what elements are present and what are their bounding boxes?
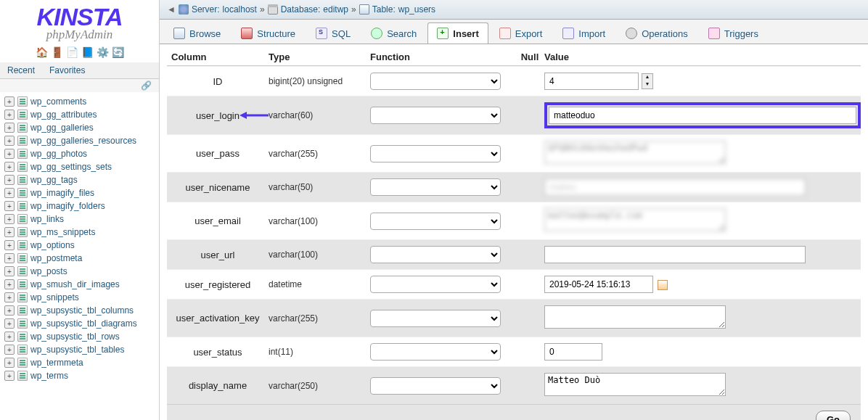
tree-item-wp_supsystic_tbl_diagrams[interactable]: +wp_supsystic_tbl_diagrams: [1, 317, 159, 330]
expand-icon[interactable]: +: [4, 136, 15, 146]
expand-icon[interactable]: +: [4, 110, 15, 120]
function-select[interactable]: [370, 107, 501, 124]
tree-item-wp_ms_snippets[interactable]: +wp_ms_snippets: [1, 226, 159, 239]
tree-label: wp_supsystic_tbl_columns: [30, 305, 134, 316]
insert-icon: [437, 28, 449, 39]
tree-item-wp_supsystic_tbl_columns[interactable]: +wp_supsystic_tbl_columns: [1, 304, 159, 317]
tab-sql[interactable]: SQL: [306, 22, 360, 44]
link-icon[interactable]: 🔗: [0, 79, 159, 92]
tree-item-wp_imagify_files[interactable]: +wp_imagify_files: [1, 186, 159, 199]
function-select[interactable]: [370, 276, 501, 293]
expand-icon[interactable]: +: [4, 305, 15, 316]
tab-structure[interactable]: Structure: [232, 22, 305, 44]
tree-item-wp_gg_settings_sets[interactable]: +wp_gg_settings_sets: [1, 160, 159, 173]
value-textarea[interactable]: $P$BHiddenHashedPwd: [544, 141, 726, 164]
expand-icon[interactable]: +: [4, 318, 15, 329]
expand-icon[interactable]: +: [4, 266, 15, 276]
function-select[interactable]: [370, 178, 501, 196]
tree-item-wp_gg_attributes[interactable]: +wp_gg_attributes: [1, 108, 159, 121]
value-input[interactable]: [544, 343, 602, 361]
tab-label: Browse: [189, 28, 221, 39]
expand-icon[interactable]: +: [4, 214, 15, 224]
tree-item-wp_options[interactable]: +wp_options: [1, 239, 159, 252]
value-input[interactable]: [544, 73, 639, 90]
tree-item-wp_gg_galleries_resources[interactable]: +wp_gg_galleries_resources: [1, 134, 159, 147]
expand-icon[interactable]: +: [4, 358, 15, 368]
expand-icon[interactable]: +: [4, 371, 15, 381]
tree-item-wp_gg_galleries[interactable]: +wp_gg_galleries: [1, 121, 159, 134]
tree-item-wp_snippets[interactable]: +wp_snippets: [1, 291, 159, 304]
value-input[interactable]: [544, 178, 806, 196]
value-input[interactable]: [544, 246, 806, 263]
tree-item-wp_gg_tags[interactable]: +wp_gg_tags: [1, 173, 159, 186]
function-select[interactable]: [370, 213, 501, 230]
tree-item-wp_posts[interactable]: +wp_posts: [1, 265, 159, 278]
tree-label: wp_gg_attributes: [30, 110, 97, 120]
tree-item-wp_comments[interactable]: +wp_comments: [1, 95, 159, 108]
tree-item-wp_smush_dir_images[interactable]: +wp_smush_dir_images: [1, 278, 159, 291]
value-input[interactable]: [549, 107, 856, 124]
settings-icon[interactable]: ⚙️: [97, 46, 109, 58]
expand-icon[interactable]: +: [4, 149, 15, 159]
database-icon: [268, 4, 278, 15]
tab-export[interactable]: Export: [490, 22, 552, 44]
spinner[interactable]: ▲▼: [642, 73, 653, 89]
bc-server[interactable]: localhost: [223, 4, 257, 15]
exit-icon[interactable]: 🚪: [51, 46, 63, 58]
expand-icon[interactable]: +: [4, 332, 15, 342]
function-select[interactable]: [370, 377, 501, 395]
tree-item-wp_imagify_folders[interactable]: +wp_imagify_folders: [1, 199, 159, 213]
function-select[interactable]: [370, 145, 501, 162]
panel-left-icon[interactable]: ◄: [167, 4, 176, 15]
expand-icon[interactable]: +: [4, 188, 15, 198]
expand-icon[interactable]: +: [4, 123, 15, 133]
expand-icon[interactable]: +: [4, 292, 15, 302]
tree-label: wp_posts: [30, 266, 67, 276]
tab-browse[interactable]: Browse: [164, 22, 230, 44]
tab-recent[interactable]: Recent: [0, 62, 42, 78]
expand-icon[interactable]: +: [4, 253, 15, 263]
value-textarea[interactable]: Matteo Duò: [544, 373, 726, 396]
tab-operations[interactable]: Operations: [616, 22, 697, 44]
tree-label: wp_gg_photos: [30, 149, 87, 159]
docs-icon[interactable]: 📘: [81, 46, 94, 58]
tree-item-wp_gg_photos[interactable]: +wp_gg_photos: [1, 147, 159, 160]
expand-icon[interactable]: +: [4, 96, 15, 107]
expand-icon[interactable]: +: [4, 240, 15, 250]
reload-icon[interactable]: 🔄: [112, 46, 124, 58]
tab-favorites[interactable]: Favorites: [42, 62, 92, 78]
calendar-icon[interactable]: [658, 280, 668, 290]
function-select[interactable]: [370, 310, 501, 327]
expand-icon[interactable]: +: [4, 345, 15, 355]
expand-icon[interactable]: +: [4, 201, 15, 211]
bc-table[interactable]: wp_users: [398, 4, 435, 15]
function-select[interactable]: [370, 246, 501, 263]
function-select[interactable]: [370, 73, 501, 90]
table-icon: [17, 188, 28, 198]
tab-label: Export: [515, 28, 543, 39]
go-button[interactable]: Go: [816, 411, 851, 420]
tree-label: wp_imagify_files: [30, 188, 94, 198]
tree-item-wp_supsystic_tbl_rows[interactable]: +wp_supsystic_tbl_rows: [1, 330, 159, 343]
function-select[interactable]: [370, 343, 501, 361]
tree-item-wp_termmeta[interactable]: +wp_termmeta: [1, 356, 159, 369]
tab-import[interactable]: Import: [553, 22, 615, 44]
expand-icon[interactable]: +: [4, 162, 15, 172]
tree-item-wp_postmeta[interactable]: +wp_postmeta: [1, 252, 159, 265]
tab-search[interactable]: Search: [361, 22, 426, 44]
home-icon[interactable]: 🏠: [36, 46, 48, 58]
tree-item-wp_supsystic_tbl_tables[interactable]: +wp_supsystic_tbl_tables: [1, 343, 159, 356]
bc-db[interactable]: editwp: [323, 4, 348, 15]
expand-icon[interactable]: +: [4, 227, 15, 237]
expand-icon[interactable]: +: [4, 175, 15, 185]
value-textarea[interactable]: [544, 305, 726, 329]
tree-item-wp_terms[interactable]: +wp_terms: [1, 369, 159, 382]
tab-triggers[interactable]: Triggers: [699, 22, 768, 44]
type-label: varchar(100): [269, 216, 370, 226]
value-textarea[interactable]: matteo@example.com: [544, 208, 726, 231]
expand-icon[interactable]: +: [4, 279, 15, 289]
value-input[interactable]: [544, 276, 653, 293]
sql-icon[interactable]: 📄: [66, 46, 78, 58]
tree-item-wp_links[interactable]: +wp_links: [1, 213, 159, 226]
tab-insert[interactable]: Insert: [427, 22, 488, 44]
